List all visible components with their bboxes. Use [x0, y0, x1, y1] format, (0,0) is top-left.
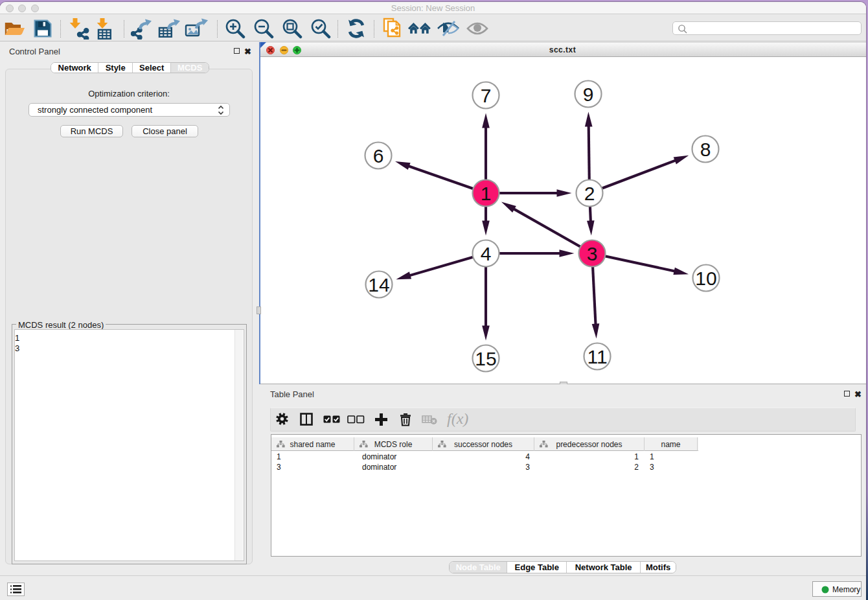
- svg-text:1: 1: [481, 183, 492, 204]
- svg-text:6: 6: [373, 145, 384, 167]
- svg-text:14: 14: [368, 274, 389, 295]
- svg-text:7: 7: [481, 85, 492, 106]
- svg-text:2: 2: [584, 183, 595, 204]
- svg-text:9: 9: [583, 84, 594, 105]
- svg-text:11: 11: [587, 346, 607, 367]
- svg-text:8: 8: [700, 139, 711, 160]
- svg-text:4: 4: [481, 243, 492, 264]
- svg-text:3: 3: [587, 243, 598, 264]
- svg-text:15: 15: [475, 348, 496, 369]
- svg-text:10: 10: [695, 268, 716, 289]
